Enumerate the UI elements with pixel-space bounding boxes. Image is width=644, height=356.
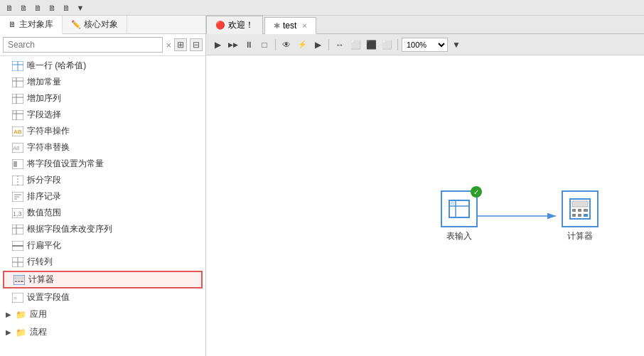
list-item-label: 数值范围 <box>27 207 61 219</box>
section-apps[interactable]: ▶ 📁 应用 <box>0 306 205 323</box>
test-tab-icon: ✱ <box>274 21 280 31</box>
menu-icon4[interactable]: 🗎 <box>45 1 58 14</box>
svg-text:≡: ≡ <box>13 110 15 114</box>
split-field-icon <box>11 175 24 186</box>
menu-edit-icon[interactable]: 🗎 <box>17 1 30 14</box>
list-item-label: 设置字段值 <box>27 291 70 303</box>
sort-icon <box>11 191 24 203</box>
list-item[interactable]: 唯一行 (哈希值) <box>0 58 205 74</box>
svg-rect-55 <box>584 214 588 217</box>
folder-flow-icon: 📁 <box>14 327 27 338</box>
section-flow[interactable]: ▶ 📁 流程 <box>0 323 205 341</box>
tab-main-objects[interactable]: 🗎 主对象库 <box>0 16 63 34</box>
debug-button[interactable]: ⚡ <box>295 38 309 52</box>
search-bar: × ⊞ ⊟ <box>0 34 205 56</box>
zoom-select[interactable]: 50% 75% 100% 125% 150% 200% <box>402 38 448 52</box>
list-item-label: 字符串操作 <box>27 125 70 137</box>
list-item[interactable]: 将字段值设置为常量 <box>0 156 205 172</box>
stop-button[interactable]: □ <box>257 38 272 52</box>
node-table-input[interactable]: ✓ 表输入 <box>441 190 478 242</box>
search-collapse-button[interactable]: ⊟ <box>190 38 203 51</box>
string-replace-icon: AB <box>11 142 24 153</box>
toolbar-sep3 <box>397 39 398 50</box>
list-item[interactable]: 1,3 数值范围 <box>0 205 205 221</box>
core-objects-icon: ✏️ <box>71 20 81 29</box>
list-item-label: 计算器 <box>28 274 54 286</box>
add-const-icon <box>11 77 24 88</box>
search-expand-button[interactable]: ⊞ <box>174 38 187 51</box>
left-panel: 🗎 主对象库 ✏️ 核心对象 × ⊞ ⊟ 唯一行 (哈希值) <box>0 16 206 356</box>
menu-icon5[interactable]: 🗎 <box>60 1 73 14</box>
tab-welcome-label: 欢迎！ <box>228 19 254 31</box>
svg-text:AB: AB <box>12 146 20 151</box>
svg-rect-36 <box>15 276 23 279</box>
node-calculator-label: 计算器 <box>567 230 593 242</box>
snap-button[interactable]: ⬜ <box>380 38 394 52</box>
svg-rect-50 <box>572 209 576 212</box>
node-calculator[interactable]: 计算器 <box>562 190 599 242</box>
list-item-label: 增加序列 <box>27 92 61 104</box>
list-item[interactable]: AB 字符串操作 <box>0 123 205 139</box>
run-all-button[interactable]: ▶▶ <box>226 38 240 52</box>
grid-button[interactable]: ⬛ <box>364 38 378 52</box>
svg-rect-53 <box>572 214 576 217</box>
svg-text:1,3: 1,3 <box>13 210 22 217</box>
list-item[interactable]: 拆分字段 <box>0 172 205 188</box>
list-item[interactable]: = 设置字段值 <box>0 289 205 306</box>
num-range-icon: 1,3 <box>11 207 24 219</box>
svg-text:=: = <box>14 295 17 301</box>
list-item-label: 唯一行 (哈希值) <box>27 60 86 72</box>
tab-test[interactable]: ✱ test × <box>264 17 316 34</box>
list-item[interactable]: 行扁平化 <box>0 237 205 254</box>
menu-icon6[interactable]: ▼ <box>74 1 87 14</box>
svg-rect-37 <box>15 281 17 282</box>
list-item-label: 行转列 <box>27 256 53 268</box>
tab-bar: 🔴 欢迎！ ✱ test × <box>206 16 644 34</box>
node-check-icon: ✓ <box>471 186 482 198</box>
node-calculator-box[interactable] <box>562 190 599 227</box>
list-item-calculator[interactable]: 计算器 <box>3 271 203 288</box>
node-table-input-box[interactable]: ✓ <box>441 190 478 227</box>
tab-core-objects[interactable]: ✏️ 核心对象 <box>63 16 127 33</box>
pivot-icon <box>11 257 24 268</box>
list-item-label: 增加常量 <box>27 76 61 88</box>
list-item[interactable]: ≡ 字段选择 <box>0 107 205 123</box>
layout-button[interactable]: ⬜ <box>348 38 363 52</box>
section-flow-arrow: ▶ <box>6 328 11 336</box>
list-item[interactable]: 排序记录 <box>0 188 205 205</box>
svg-rect-45 <box>451 202 454 205</box>
list-item-label: 将字段值设置为常量 <box>27 158 104 170</box>
section-apps-arrow: ▶ <box>6 311 11 318</box>
svg-rect-18 <box>14 161 17 167</box>
list-item[interactable]: 增加常量 <box>0 74 205 90</box>
menu-icon3[interactable]: 🗎 <box>31 1 44 14</box>
list-item[interactable]: AB 字符串替换 <box>0 139 205 156</box>
list-item[interactable]: 根据字段值来改变序列 <box>0 221 205 237</box>
svg-rect-39 <box>21 281 23 282</box>
search-clear-button[interactable]: × <box>166 40 171 50</box>
svg-rect-52 <box>584 209 588 212</box>
add-seq-icon <box>11 93 24 104</box>
run-button[interactable]: ▶ <box>210 38 225 52</box>
align-button[interactable]: ↔ <box>333 38 347 52</box>
svg-rect-27 <box>12 225 23 234</box>
zoom-dropdown-button[interactable]: ▼ <box>449 38 463 52</box>
list-item-label: 排序记录 <box>27 190 61 203</box>
list-item[interactable]: 增加序列 <box>0 90 205 107</box>
svg-text:AB: AB <box>14 129 22 135</box>
change-seq-icon <box>11 224 24 235</box>
toolbar-sep1 <box>275 39 276 50</box>
list-item-label: 拆分字段 <box>27 174 61 186</box>
step-button[interactable]: ▶ <box>311 38 325 52</box>
canvas-area[interactable]: ✓ 表输入 <box>206 55 644 356</box>
tab-welcome[interactable]: 🔴 欢迎！ <box>206 16 263 34</box>
list-item[interactable]: 行转列 <box>0 254 205 270</box>
tab-test-close[interactable]: × <box>302 21 306 30</box>
pause-button[interactable]: ⏸ <box>242 38 256 52</box>
folder-apps-icon: 📁 <box>14 309 27 320</box>
menu-file-icon[interactable]: 🗎 <box>3 1 16 14</box>
search-input[interactable] <box>3 37 163 53</box>
set-const-icon <box>11 158 24 170</box>
tab-test-label: test <box>283 21 296 31</box>
preview-button[interactable]: 👁 <box>279 38 294 52</box>
